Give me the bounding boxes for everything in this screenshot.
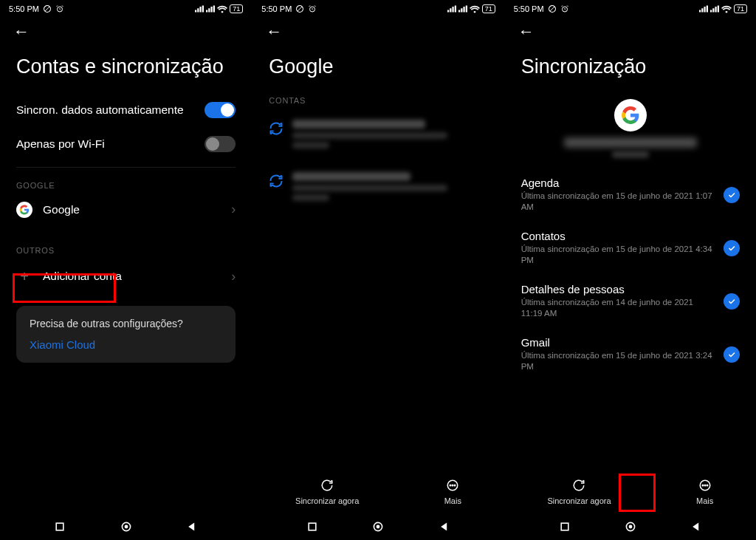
page-title: Google [252, 44, 504, 93]
battery-icon: 71 [230, 4, 243, 13]
auto-sync-label: Sincron. dados automaticamente [16, 103, 184, 117]
plus-icon: + [16, 268, 32, 285]
battery-icon: 71 [482, 4, 495, 13]
add-account-row[interactable]: + Adicionar conta › [16, 259, 236, 294]
wifi-icon [721, 5, 732, 13]
screen-accounts-sync: 5:50 PM 71 ← Contas e sincronização Sinc… [0, 0, 252, 540]
alarm-icon [308, 4, 317, 13]
bottom-bar: Sincronizar agora Mais [252, 471, 504, 513]
check-icon[interactable] [724, 240, 740, 256]
nav-recent-icon[interactable] [559, 521, 571, 533]
nav-recent-icon[interactable] [54, 521, 66, 533]
dnd-icon [43, 4, 52, 13]
add-account-label: Adicionar conta [43, 269, 122, 284]
auto-sync-toggle[interactable] [205, 102, 236, 118]
sync-item-gmail[interactable]: GmailÚltima sincronização em 15 de junho… [521, 328, 740, 381]
signal-icon-2 [710, 5, 719, 13]
wifi-only-toggle-row[interactable]: Apenas por Wi-Fi [16, 127, 236, 161]
nav-back-icon[interactable] [439, 521, 450, 533]
wifi-only-label: Apenas por Wi-Fi [16, 137, 105, 151]
chevron-right-icon: › [231, 202, 236, 217]
sync-item-agenda[interactable]: AgendaÚltima sincronização em 15 de junh… [521, 168, 740, 222]
sync-item-contatos[interactable]: ContatosÚltima sincronização em 15 de ju… [521, 222, 740, 275]
chevron-right-icon: › [231, 269, 236, 284]
google-account-row[interactable]: Google › [16, 194, 236, 225]
wifi-icon [217, 5, 227, 13]
nav-back-icon[interactable] [690, 521, 702, 533]
google-label: Google [43, 202, 80, 217]
sync-item-detalhes[interactable]: Detalhes de pessoasÚltima sincronização … [521, 275, 740, 328]
account-header [521, 93, 740, 168]
status-bar: 5:50 PM 71 [252, 0, 504, 16]
back-button[interactable]: ← [518, 22, 535, 41]
bottom-bar: Sincronizar agora Mais [505, 471, 756, 513]
nav-back-icon[interactable] [186, 521, 198, 533]
status-time: 5:50 PM [9, 4, 39, 13]
xiaomi-cloud-link[interactable]: Xiaomi Cloud [30, 338, 222, 351]
alarm-icon [55, 4, 64, 13]
svg-point-16 [707, 485, 708, 486]
signal-icon [447, 5, 456, 13]
account-row-2[interactable] [269, 162, 487, 214]
svg-point-7 [453, 485, 454, 486]
more-button[interactable]: Mais [444, 479, 461, 505]
signal-icon-2 [206, 5, 215, 13]
svg-rect-17 [561, 523, 568, 530]
google-logo-icon [16, 202, 32, 218]
svg-point-6 [450, 485, 452, 486]
sync-icon [269, 174, 284, 188]
more-label: Mais [444, 496, 461, 505]
dnd-icon [295, 4, 304, 13]
sync-now-icon [320, 479, 334, 492]
wifi-only-toggle[interactable] [205, 136, 236, 152]
battery-icon: 71 [734, 4, 747, 13]
status-time: 5:50 PM [514, 4, 544, 13]
svg-point-8 [455, 485, 456, 486]
sync-now-icon [572, 479, 585, 492]
more-button[interactable]: Mais [696, 479, 713, 505]
back-button[interactable]: ← [266, 22, 282, 41]
auto-sync-toggle-row[interactable]: Sincron. dados automaticamente [16, 93, 236, 127]
signal-icon [699, 5, 708, 13]
section-accounts-header: CONTAS [269, 93, 487, 109]
nav-recent-icon[interactable] [306, 521, 318, 533]
more-label: Mais [696, 496, 713, 505]
svg-rect-9 [309, 523, 317, 530]
nav-bar [252, 513, 504, 540]
screen-sync-detail: 5:50 PM 71 ← Sincronização AgendaÚltima … [504, 0, 756, 540]
sync-now-label: Sincronizar agora [295, 496, 359, 505]
signal-icon-2 [458, 5, 467, 13]
more-icon [698, 479, 712, 492]
nav-home-icon[interactable] [120, 521, 132, 533]
wifi-icon [470, 5, 480, 13]
signal-icon [195, 5, 204, 13]
nav-home-icon[interactable] [372, 521, 384, 533]
check-icon[interactable] [724, 293, 740, 310]
svg-point-15 [704, 485, 706, 486]
sync-icon [269, 121, 284, 136]
more-icon [446, 479, 459, 492]
nav-bar [0, 513, 252, 540]
sync-now-label: Sincronizar agora [547, 496, 611, 505]
page-title: Contas e sincronização [0, 44, 252, 93]
svg-point-19 [628, 525, 632, 529]
svg-point-14 [702, 485, 704, 486]
section-others-header: OUTROS [16, 225, 236, 259]
check-icon[interactable] [724, 187, 740, 203]
nav-home-icon[interactable] [625, 521, 636, 533]
status-time: 5:50 PM [261, 4, 292, 13]
google-logo-icon [614, 99, 647, 131]
nav-bar [505, 513, 756, 540]
back-button[interactable]: ← [13, 22, 30, 41]
check-icon[interactable] [724, 346, 740, 363]
sync-now-button[interactable]: Sincronizar agora [295, 479, 359, 505]
sync-now-button[interactable]: Sincronizar agora [547, 479, 611, 505]
status-bar: 5:50 PM 71 [0, 0, 252, 16]
svg-point-3 [124, 525, 128, 529]
alarm-icon [560, 4, 569, 13]
status-bar: 5:50 PM 71 [505, 0, 756, 16]
section-google-header: GOOGLE [16, 168, 236, 194]
dnd-icon [548, 4, 557, 13]
account-row-1[interactable] [269, 109, 487, 162]
svg-rect-1 [57, 523, 64, 530]
